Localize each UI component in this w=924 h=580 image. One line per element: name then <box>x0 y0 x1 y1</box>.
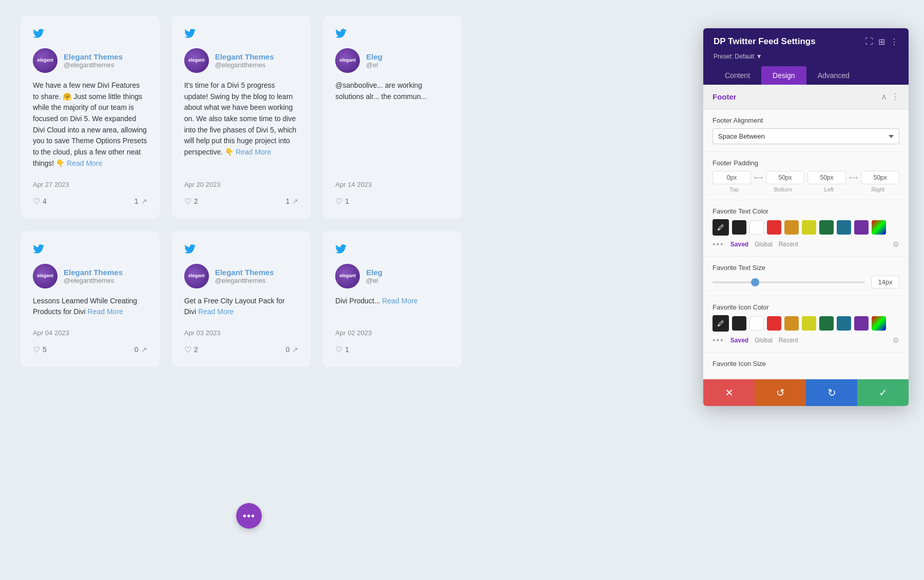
top-label: Top <box>713 186 756 192</box>
redo-button[interactable]: ↻ <box>806 379 857 406</box>
shares-action[interactable]: 1 <box>134 197 147 205</box>
color-green[interactable] <box>819 220 834 235</box>
tweet-header: elegant Eleg @el <box>335 264 450 288</box>
likes-action[interactable]: 1 <box>335 345 349 355</box>
icon-color-white[interactable] <box>749 316 764 331</box>
heart-icon <box>33 345 40 355</box>
share-icon <box>292 345 298 354</box>
padding-link-2-icon: ⟷ <box>849 174 858 181</box>
icon-saved-tab[interactable]: Saved <box>730 337 748 344</box>
color-white[interactable] <box>749 220 764 235</box>
likes-count: 5 <box>43 345 47 354</box>
icon-color-gear-icon[interactable]: ⚙ <box>893 336 899 344</box>
color-teal[interactable] <box>837 220 851 235</box>
favorite-icon-size-label: Favorite Icon Size <box>713 360 899 368</box>
footer-alignment-select[interactable]: Space Between <box>713 128 899 144</box>
read-more-link[interactable]: Read More <box>382 297 417 305</box>
likes-action[interactable]: 5 <box>33 345 47 355</box>
cancel-button[interactable]: ✕ <box>703 379 755 406</box>
color-yellow[interactable] <box>802 220 816 235</box>
read-more-link[interactable]: Read More <box>88 307 123 316</box>
icon-recent-tab[interactable]: Recent <box>779 337 798 344</box>
settings-panel: DP Twitter Feed Settings ⛶ ⊞ ⋮ Preset: D… <box>703 28 909 406</box>
eyedropper-icon-2[interactable]: 🖉 <box>713 315 729 332</box>
color-gear-icon[interactable]: ⚙ <box>893 240 899 248</box>
likes-action[interactable]: 2 <box>184 345 198 355</box>
avatar: elegant <box>33 48 57 73</box>
read-more-link[interactable]: Read More <box>198 307 234 316</box>
share-icon <box>141 345 147 354</box>
section-header-footer: Footer ∧ ⋮ <box>703 85 909 109</box>
icon-global-tab[interactable]: Global <box>755 337 773 344</box>
tweet-actions: 1 <box>335 197 450 206</box>
padding-right-input[interactable] <box>861 171 899 184</box>
tweet-card-6: elegant Eleg @el Divi Product... Read Mo… <box>323 231 462 367</box>
read-more-link[interactable]: Read More <box>67 159 102 167</box>
collapse-icon[interactable]: ∧ <box>881 92 887 102</box>
likes-count: 1 <box>345 197 349 205</box>
color-black[interactable] <box>732 220 746 235</box>
heart-icon <box>184 345 191 355</box>
recent-tab[interactable]: Recent <box>779 241 798 248</box>
tweet-header: elegant Eleg @el <box>335 48 450 73</box>
share-icon <box>141 197 147 205</box>
likes-action[interactable]: 4 <box>33 197 47 206</box>
global-tab[interactable]: Global <box>755 241 773 248</box>
grid-icon[interactable]: ⊞ <box>878 37 885 47</box>
color-red[interactable] <box>767 220 781 235</box>
save-button[interactable]: ✓ <box>857 379 909 406</box>
floating-more-button[interactable]: ••• <box>236 503 262 529</box>
icon-color-more-dots[interactable]: ••• <box>713 336 724 345</box>
settings-preset[interactable]: Preset: Default ▼ <box>714 53 898 60</box>
shares-action[interactable]: 0 <box>286 345 299 354</box>
icon-color-purple[interactable] <box>854 316 869 331</box>
eyedropper-icon[interactable]: 🖉 <box>713 219 729 236</box>
twitter-icon <box>335 243 450 257</box>
color-purple[interactable] <box>854 220 869 235</box>
color-orange[interactable] <box>784 220 799 235</box>
color-swatches-text: 🖉 <box>713 219 899 236</box>
color-more-dots[interactable]: ••• <box>713 240 724 249</box>
likes-count: 2 <box>194 345 198 354</box>
read-more-link[interactable]: Read More <box>236 148 271 156</box>
tab-advanced[interactable]: Advanced <box>806 66 861 85</box>
settings-tabs: Content Design Advanced <box>714 66 898 85</box>
shares-action[interactable]: 0 <box>134 345 147 354</box>
user-info: Eleg @el <box>366 52 382 69</box>
padding-top-input[interactable] <box>713 171 751 184</box>
tweet-date: Apr 27 2023 <box>33 181 147 188</box>
padding-left-input[interactable] <box>807 171 846 184</box>
icon-color-black[interactable] <box>732 316 746 331</box>
tweet-date: Apr 02 2023 <box>335 329 450 337</box>
tab-design[interactable]: Design <box>761 66 806 85</box>
icon-color-orange[interactable] <box>784 316 799 331</box>
icon-color-teal[interactable] <box>837 316 851 331</box>
favorite-icon-size-field: Favorite Icon Size <box>703 353 909 379</box>
saved-tab[interactable]: Saved <box>730 241 748 248</box>
handle: @elegantthemes <box>64 277 123 284</box>
color-swatches-icon: 🖉 <box>713 315 899 332</box>
avatar: elegant <box>335 48 360 73</box>
padding-link-1-icon: ⟷ <box>754 174 763 181</box>
tab-content[interactable]: Content <box>714 66 761 85</box>
icon-color-red[interactable] <box>767 316 781 331</box>
padding-bottom-input[interactable] <box>766 171 804 184</box>
likes-action[interactable]: 2 <box>184 197 198 206</box>
heart-icon <box>335 345 342 355</box>
shares-count: 1 <box>286 197 290 205</box>
twitter-icon <box>184 28 299 41</box>
more-icon[interactable]: ⋮ <box>890 37 898 47</box>
shares-action[interactable]: 1 <box>286 197 299 205</box>
tweet-actions: 2 1 <box>184 197 299 206</box>
icon-color-gradient[interactable] <box>872 316 886 331</box>
section-more-icon[interactable]: ⋮ <box>891 92 899 102</box>
heart-icon <box>335 197 342 206</box>
color-gradient[interactable] <box>872 220 886 235</box>
text-size-value[interactable]: 14px <box>871 276 899 288</box>
icon-color-yellow[interactable] <box>802 316 816 331</box>
icon-color-green[interactable] <box>819 316 834 331</box>
likes-action[interactable]: 1 <box>335 197 349 206</box>
text-size-slider-thumb[interactable] <box>751 278 759 286</box>
fullscreen-icon[interactable]: ⛶ <box>865 37 873 46</box>
reset-button[interactable]: ↺ <box>755 379 806 406</box>
